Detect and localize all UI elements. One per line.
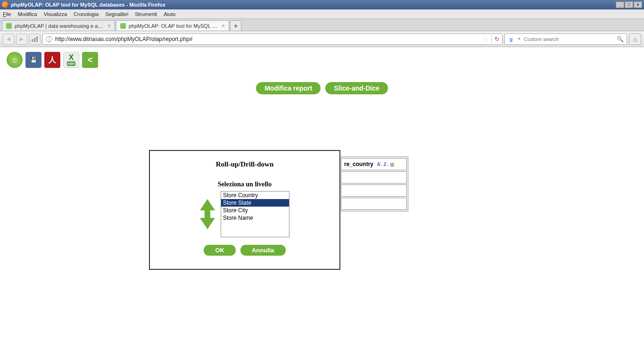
level-option[interactable]: Store Name [221, 214, 289, 222]
toolbar-csv-button[interactable]: X csv [63, 52, 79, 68]
excel-x-icon: X [69, 54, 74, 61]
rollup-arrow-up[interactable] [200, 199, 215, 210]
home-button[interactable]: ⌂ [629, 33, 641, 45]
page-toolbar: ⌂ 💾 人 X csv < [0, 47, 644, 73]
home-icon: ⌂ [12, 56, 17, 64]
menu-history[interactable]: Cronologia [74, 11, 99, 17]
toolbar-save-button[interactable]: 💾 [25, 52, 41, 68]
search-button[interactable]: 🔍 [617, 36, 624, 42]
url-bar[interactable]: http://www.ditriasas.com/phpMyOLAP/olap/… [42, 33, 503, 45]
close-window-button[interactable]: × [634, 1, 642, 8]
stats-icon [32, 36, 38, 42]
menu-bookmarks[interactable]: Segnalibri [105, 11, 128, 17]
svg-rect-2 [36, 36, 38, 42]
tab-close-button[interactable]: × [107, 23, 111, 29]
minimize-button[interactable]: _ [616, 1, 624, 8]
window-titlebar: phpMyOLAP: OLAP tool for MySQL databases… [0, 0, 644, 9]
tab-strip: phpMyOLAP | data warehousing e analisi .… [0, 19, 644, 31]
tab-label: phpMyOLAP | data warehousing e analisi .… [15, 23, 105, 29]
window-title: phpMyOLAP: OLAP tool for MySQL databases… [11, 2, 165, 8]
tab-1[interactable]: phpMyOLAP: OLAP tool for MySQL datab... … [116, 20, 229, 31]
search-box[interactable]: g ▼ 🔍 [504, 33, 627, 45]
reload-button[interactable]: ↻ [495, 36, 499, 42]
back-button[interactable]: ◄ [3, 33, 14, 45]
sort-desc-icon[interactable]: Z↓ [384, 162, 389, 167]
new-tab-button[interactable]: + [230, 20, 241, 31]
firefox-icon [2, 1, 8, 8]
level-option[interactable]: Store Country [221, 192, 289, 199]
csv-label: csv [67, 61, 75, 66]
url-text: http://www.ditriasas.com/phpMyOLAP/olap/… [55, 36, 479, 42]
toolbar-home-button[interactable]: ⌂ [7, 52, 23, 68]
drill-icon[interactable]: ▦ [390, 162, 394, 167]
dialog-title: Roll-up/Drill-down [159, 160, 330, 168]
toolbar-share-button[interactable]: < [82, 52, 98, 68]
table-row[interactable] [341, 171, 407, 183]
tab-close-button[interactable]: × [222, 23, 225, 29]
report-action-bar: Modifica report Slice-and-Dice [0, 82, 644, 94]
drilldown-arrow-down[interactable] [200, 218, 215, 229]
table-row[interactable] [341, 198, 407, 210]
rollup-drilldown-dialog: Roll-up/Drill-down Seleziona un livello … [149, 150, 340, 270]
tab-favicon [120, 23, 126, 29]
menu-view[interactable]: Visualizza [44, 11, 67, 17]
level-option[interactable]: Store City [221, 207, 289, 214]
table-row[interactable] [341, 184, 407, 197]
forward-button[interactable]: ► [16, 33, 27, 45]
table-header-cell[interactable]: re_country A↓ Z↓ ▦ [341, 158, 407, 170]
menu-tools[interactable]: Strumenti [135, 11, 157, 17]
page-content: ⌂ 💾 人 X csv < Modifica report Slice-and-… [0, 47, 644, 349]
report-table: re_country A↓ Z↓ ▦ [339, 157, 408, 211]
tab-0[interactable]: phpMyOLAP | data warehousing e analisi .… [2, 20, 115, 31]
level-option[interactable]: Store State [221, 199, 289, 207]
cancel-button[interactable]: Annulla [240, 245, 286, 256]
google-icon: g [508, 36, 514, 42]
menu-edit[interactable]: Modifica [18, 11, 37, 17]
menu-bar: File Modifica Visualizza Cronologia Segn… [0, 9, 644, 19]
bookmark-star-icon[interactable]: ☆ [482, 35, 488, 43]
maximize-button[interactable]: □ [625, 1, 633, 8]
toolbar-pdf-button[interactable]: 人 [44, 52, 60, 68]
menu-file[interactable]: File [3, 11, 11, 17]
svg-rect-0 [32, 39, 33, 42]
tab-label: phpMyOLAP: OLAP tool for MySQL datab... [129, 23, 219, 29]
search-engine-dropdown[interactable]: ▼ [517, 37, 521, 41]
search-input[interactable] [524, 36, 614, 42]
floppy-icon: 💾 [30, 57, 37, 63]
menu-help[interactable]: Aiuto [164, 11, 175, 17]
tab-favicon [6, 23, 12, 29]
pdf-icon: 人 [49, 55, 56, 65]
nav-toolbar: ◄ ► http://www.ditriasas.com/phpMyOLAP/o… [0, 31, 644, 47]
stats-button[interactable] [29, 33, 41, 45]
share-icon: < [88, 55, 93, 65]
sort-asc-icon[interactable]: A↓ [377, 162, 382, 167]
header-label: re_country [344, 161, 373, 167]
modify-report-button[interactable]: Modifica report [256, 82, 321, 94]
ok-button[interactable]: OK [204, 245, 236, 256]
slice-and-dice-button[interactable]: Slice-and-Dice [325, 82, 388, 94]
svg-rect-1 [34, 38, 35, 42]
globe-icon [46, 36, 52, 42]
dialog-subtitle: Seleziona un livello [159, 181, 330, 188]
level-select-listbox[interactable]: Store Country Store State Store City Sto… [221, 191, 289, 237]
